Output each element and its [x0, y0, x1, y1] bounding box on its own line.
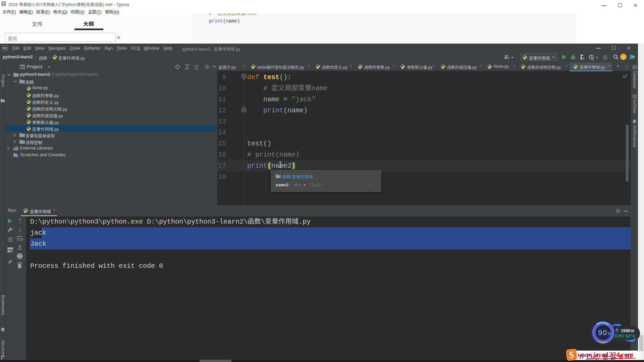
svg-text:i: i	[17, 156, 17, 158]
